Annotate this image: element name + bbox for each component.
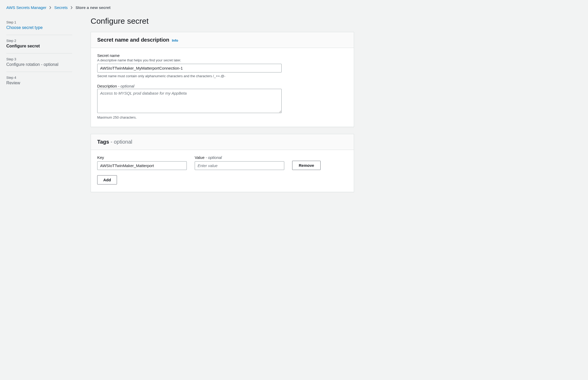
- panel-header: Tags - optional: [91, 134, 354, 150]
- main-content: Configure secret Secret name and descrip…: [91, 17, 354, 199]
- optional-suffix: - optional: [118, 84, 134, 88]
- breadcrumb-current: Store a new secret: [76, 5, 111, 10]
- optional-suffix: - optional: [111, 139, 132, 145]
- tag-value-column: Value - optional: [195, 155, 284, 170]
- tag-row: Key Value - optional Remove: [97, 155, 347, 170]
- step-title: Choose secret type: [6, 25, 72, 30]
- field-constraint: Maximum 250 characters.: [97, 115, 282, 119]
- field-label: Description - optional: [97, 84, 282, 88]
- field-label: Value - optional: [195, 155, 284, 160]
- optional-suffix: - optional: [205, 155, 222, 160]
- step-title: Review: [6, 81, 72, 85]
- tag-value-input[interactable]: [195, 161, 284, 170]
- tag-key-column: Key: [97, 155, 187, 170]
- field-help: A descriptive name that helps you find y…: [97, 58, 282, 62]
- field-label: Key: [97, 155, 187, 160]
- panel-tags: Tags - optional Key Value - optional: [91, 134, 354, 192]
- tag-remove-column: Remove: [292, 161, 321, 170]
- panel-heading: Secret name and description: [97, 37, 169, 43]
- step-number: Step 1: [6, 20, 72, 24]
- breadcrumb: AWS Secrets Manager Secrets Store a new …: [6, 5, 582, 10]
- field-secret-name: Secret name A descriptive name that help…: [97, 53, 282, 78]
- breadcrumb-link-service[interactable]: AWS Secrets Manager: [6, 5, 46, 10]
- panel-secret-name: Secret name and description Info Secret …: [91, 32, 354, 127]
- field-label-text: Value: [195, 155, 204, 160]
- panel-heading-text: Tags: [97, 139, 109, 145]
- step-1[interactable]: Step 1 Choose secret type: [6, 17, 72, 35]
- chevron-right-icon: [70, 6, 73, 9]
- secret-name-input[interactable]: [97, 64, 282, 72]
- step-nav: Step 1 Choose secret type Step 2 Configu…: [6, 17, 72, 90]
- field-constraint: Secret name must contain only alphanumer…: [97, 74, 282, 78]
- panel-header: Secret name and description Info: [91, 32, 354, 48]
- info-link[interactable]: Info: [172, 38, 178, 42]
- tag-key-input[interactable]: [97, 161, 187, 170]
- step-4: Step 4 Review: [6, 72, 72, 90]
- step-number: Step 2: [6, 39, 72, 43]
- panel-heading: Tags - optional: [97, 139, 132, 145]
- step-number: Step 4: [6, 76, 72, 80]
- field-label-text: Description: [97, 84, 117, 88]
- breadcrumb-link-secrets[interactable]: Secrets: [54, 5, 68, 10]
- step-2: Step 2 Configure secret: [6, 35, 72, 53]
- step-number: Step 3: [6, 57, 72, 61]
- chevron-right-icon: [49, 6, 52, 9]
- field-description: Description - optional Maximum 250 chara…: [97, 84, 282, 119]
- field-label: Secret name: [97, 53, 282, 58]
- page-title: Configure secret: [91, 17, 354, 26]
- step-title: Configure rotation - optional: [6, 62, 72, 67]
- add-tag-button[interactable]: Add: [97, 175, 117, 184]
- step-3: Step 3 Configure rotation - optional: [6, 53, 72, 72]
- step-title: Configure secret: [6, 44, 72, 48]
- description-textarea[interactable]: [97, 89, 282, 113]
- remove-tag-button[interactable]: Remove: [292, 161, 321, 170]
